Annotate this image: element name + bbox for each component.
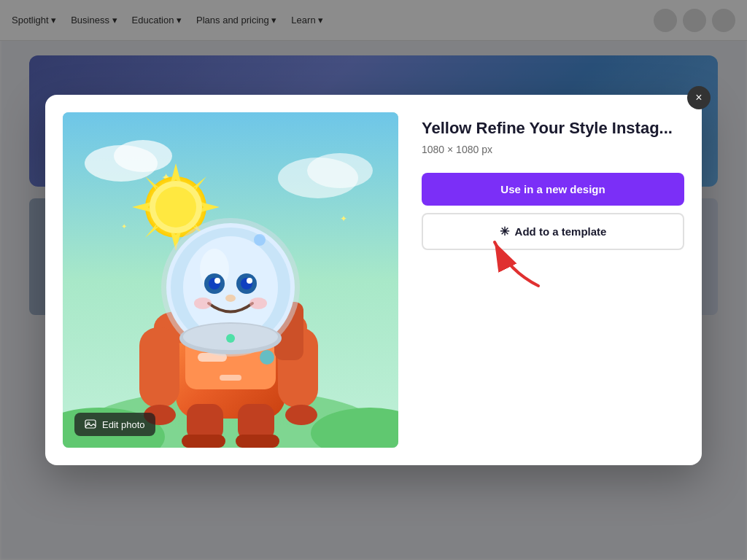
edit-photo-icon xyxy=(85,419,96,430)
modal-info-section: Yellow Refine Your Style Instag... 1080 … xyxy=(422,112,684,448)
svg-point-52 xyxy=(225,295,236,302)
modal-image-section: ✦ ✦ ✦ xyxy=(63,112,398,448)
modal-dimensions: 1080 × 1080 px xyxy=(422,144,684,155)
svg-point-25 xyxy=(260,350,274,365)
use-in-new-design-button[interactable]: Use in a new design xyxy=(422,173,684,206)
svg-text:✦: ✦ xyxy=(340,214,347,224)
modal-title: Yellow Refine Your Style Instag... xyxy=(422,118,684,139)
modal-dialog: × xyxy=(45,95,702,465)
svg-point-51 xyxy=(249,298,267,309)
astronaut-illustration: ✦ ✦ ✦ xyxy=(63,112,398,448)
svg-point-49 xyxy=(247,278,252,284)
modal-image: ✦ ✦ ✦ xyxy=(63,112,398,448)
svg-text:✦: ✦ xyxy=(121,222,127,230)
svg-rect-28 xyxy=(139,327,179,408)
svg-point-31 xyxy=(285,405,317,425)
svg-point-54 xyxy=(226,334,235,343)
svg-point-50 xyxy=(194,298,212,309)
svg-point-4 xyxy=(307,153,373,188)
edit-photo-label: Edit photo xyxy=(102,419,145,430)
svg-point-2 xyxy=(114,140,172,172)
svg-rect-35 xyxy=(236,435,279,448)
modal-close-button[interactable]: × xyxy=(687,86,711,109)
red-arrow xyxy=(480,228,568,300)
edit-photo-button[interactable]: Edit photo xyxy=(74,413,155,436)
svg-point-48 xyxy=(214,278,220,284)
svg-rect-55 xyxy=(220,375,241,381)
svg-point-18 xyxy=(155,187,196,228)
svg-point-53 xyxy=(254,234,266,246)
svg-rect-34 xyxy=(182,435,225,448)
